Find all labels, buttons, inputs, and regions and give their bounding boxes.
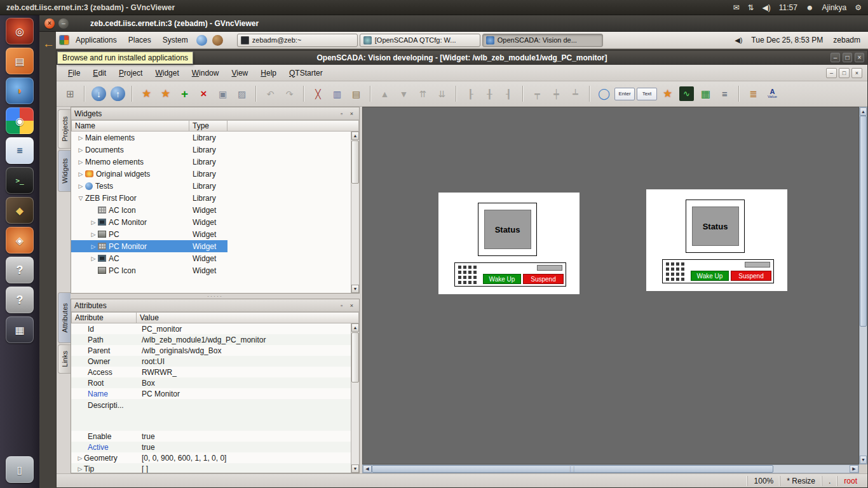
attr-value[interactable]: /wlb_originals/wdg_Box [137,346,359,355]
toolbar-undo-button[interactable]: ↶ [262,85,279,102]
menu-applications[interactable]: Applications [71,34,121,46]
statusbar-user[interactable]: root [837,476,864,486]
attr-value[interactable]: Box [137,379,359,388]
attr-value[interactable]: PC_monitor [137,325,359,334]
launcher-item-chromium[interactable]: ◉ [6,107,34,134]
volume-indicator-icon[interactable]: ◀) [763,3,771,12]
toolbar-align-left-button[interactable]: ┠ [462,85,479,102]
toolbar-align-top-button[interactable]: ┯ [529,85,546,102]
expander-icon[interactable]: ▷ [89,231,98,238]
attr-row-owner[interactable]: Ownerroot:UI [71,356,359,367]
attr-value[interactable]: /wlb_zeb_module1/wdg_PC_monitor [137,336,359,344]
wake-up-button[interactable]: Wake Up [691,271,729,281]
toolbar-new-widget-library-button[interactable]: ★ [138,85,155,102]
mdi-close-button[interactable]: × [851,68,862,78]
panel-close-button[interactable]: × [348,301,356,309]
toolbar-diagram-elements-button[interactable]: ∿ [679,86,694,101]
menu-system[interactable]: System [158,34,193,46]
panel-close-button[interactable]: × [348,109,356,118]
toolbar-load-from-db-button[interactable]: ↓ [92,86,106,101]
tree-row-ac-monitor[interactable]: ▷AC Monitor Widget [71,216,359,228]
toolbar-table-elements-button[interactable]: ▦ [697,85,714,102]
tree-row-main-elements[interactable]: ▷Main elements Library [71,132,359,144]
expander-icon[interactable]: ▷ [89,243,98,250]
attr-row-parent[interactable]: Parent/wlb_originals/wdg_Box [71,345,359,356]
toolbar-copy-button[interactable]: ▥ [329,85,346,102]
tab-widgets[interactable]: Widgets [58,150,71,192]
toolbar-align-bottom-button[interactable]: ┷ [567,85,584,102]
column-header-value[interactable]: Value [137,312,359,323]
toolbar-rise-to-top-button[interactable]: ⇈ [414,85,431,102]
toolbar-align-vcenter-button[interactable]: ┿ [548,85,565,102]
attr-row-id[interactable]: IdPC_monitor [71,323,359,334]
launcher-item-libreoffice-writer[interactable]: ≡ [6,137,34,164]
scroll-left-icon[interactable]: ◀ [363,465,372,473]
wake-up-button[interactable]: Wake Up [483,274,521,284]
toolbar-align-right-button[interactable]: ┨ [500,85,517,102]
app-launcher-icon[interactable] [212,35,223,46]
tree-row-pc[interactable]: ▷PC Widget [71,228,359,240]
tree-row-tests[interactable]: ▷Tests Library [71,180,359,192]
menu-window[interactable]: Window [186,66,226,80]
mdi-minimize-button[interactable]: – [826,68,837,78]
minimize-button[interactable]: – [831,53,840,62]
launcher-item-workspace-tool[interactable]: ▦ [6,316,34,343]
tree-row-mnemo-elements[interactable]: ▷Mnemo elements Library [71,156,359,168]
pc-monitor-widget-preview[interactable]: Status Wake Up Suspend [438,193,580,294]
launcher-item-unknown-app-2[interactable]: ? [6,287,34,313]
scrollbar-thumb[interactable] [351,140,359,184]
attr-row-path[interactable]: Path/wlb_zeb_module1/wdg_PC_monitor [71,334,359,345]
host-clock[interactable]: 11:57 [779,3,797,12]
scroll-up-icon[interactable]: ▲ [860,107,867,116]
tree-row-pc-icon[interactable]: PC Icon Widget [71,264,359,276]
attr-value[interactable]: root:UI [137,357,359,366]
scrollbar-thumb[interactable] [351,332,359,383]
mdi-restore-button[interactable]: □ [839,68,850,78]
launcher-item-unknown-app-1[interactable]: ? [6,257,34,283]
toolbar-cut-button[interactable]: ╳ [309,85,327,102]
expander-icon[interactable]: ▽ [76,195,85,201]
toolbar-protocol-elements-button[interactable]: ≣ [745,85,762,102]
toolbar-new-visual-item-button[interactable]: ⊞ [62,85,79,102]
toolbar-elementary-figures-button[interactable]: ◯ [595,85,613,102]
toolbar-raise-button[interactable]: ▲ [376,85,393,102]
scroll-down-icon[interactable]: ▼ [860,456,867,464]
launcher-item-software-center[interactable]: ◈ [6,227,34,254]
tree-scrollbar[interactable]: ▲ ▼ [351,132,359,293]
expander-icon[interactable]: ▷ [76,147,85,153]
back-arrow-icon[interactable]: ← [43,37,55,51]
scroll-up-icon[interactable]: ▲ [351,323,359,332]
attr-value[interactable]: true [137,443,359,452]
column-header-type[interactable]: Type [189,120,227,132]
menu-project[interactable]: Project [112,66,149,80]
canvas-vscrollbar[interactable]: ▲ ▼ [859,107,867,464]
power-gear-icon[interactable]: ⚙ [855,3,862,12]
scroll-up-icon[interactable]: ▲ [351,132,359,140]
menu-edit[interactable]: Edit [86,66,112,80]
toolbar-lower-to-bottom-button[interactable]: ⇊ [433,85,451,102]
column-header-name[interactable]: Name [71,120,189,132]
expander-icon[interactable]: ▷ [76,183,85,189]
scrollbar-thumb[interactable]: ┆┆ [372,465,773,473]
panel-splitter[interactable]: ····· [71,294,360,299]
toolbar-redo-button[interactable]: ↷ [281,85,298,102]
remote-volume-icon[interactable]: ◀) [735,36,742,44]
window-close-button[interactable]: × [44,18,55,29]
menu-widget[interactable]: Widget [149,66,185,80]
toolbar-attribute-value-button[interactable]: A Value [764,85,781,102]
tab-attributes[interactable]: Attributes [58,292,71,343]
mail-indicator-icon[interactable]: ✉ [733,3,739,12]
tab-links[interactable]: Links [58,344,71,374]
expander-icon[interactable]: ▷ [89,255,98,262]
attr-row-access[interactable]: AccessRWRWR_ [71,367,359,377]
toolbar-media-elements-button[interactable]: ★ [659,85,676,102]
attr-row-name[interactable]: NamePC Monitor [71,388,359,399]
attr-row-geometry[interactable]: ▷Geometry[0, 0, 900, 600, 1, 1, 0, 0] [71,452,359,463]
toolbar-paste-button[interactable]: ▤ [348,85,365,102]
close-button[interactable]: × [855,53,864,62]
toolbar-align-hcenter-button[interactable]: ╂ [481,85,498,102]
gvncviewer-titlebar[interactable]: × – zeb.cedt.iisc.ernet.in:3 (zebadm) - … [39,15,868,32]
toolbar-delete-visual-item-button[interactable]: × [195,85,212,102]
canvas-hscrollbar[interactable]: ◀ ┆┆ ▶ [362,464,859,473]
suspend-button[interactable]: Suspend [731,271,771,281]
